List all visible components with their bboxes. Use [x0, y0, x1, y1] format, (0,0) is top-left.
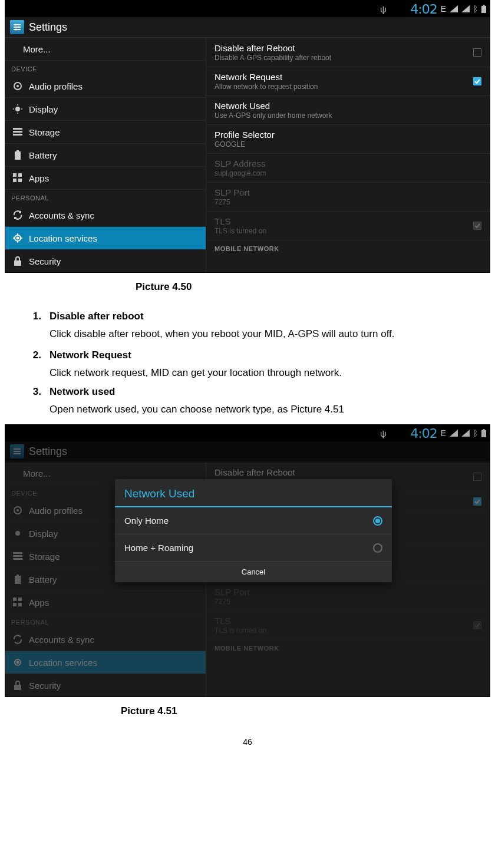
sidebar-item-storage[interactable]: Storage: [5, 121, 206, 144]
setting-title: Disable after Reboot: [214, 467, 331, 477]
list-number: 2.: [28, 349, 41, 361]
dialog-option-only-home[interactable]: Only Home: [115, 507, 392, 534]
dialog-option-home-roaming[interactable]: Home + Roaming: [115, 534, 392, 562]
settings-detail-panel: Disable after Reboot Disable A-GPS capab…: [206, 38, 490, 272]
dialog-option-label: Home + Roaming: [124, 543, 193, 553]
sync-icon: [12, 634, 23, 645]
dialog-network-used: Network Used Only Home Home + Roaming Ca…: [115, 479, 392, 582]
storage-icon: [12, 551, 23, 562]
sidebar-item-battery[interactable]: Battery: [5, 144, 206, 167]
status-clock: 4:02: [410, 426, 437, 441]
battery-icon: [481, 5, 486, 13]
setting-network-request[interactable]: Network Request Allow network to request…: [206, 67, 490, 96]
app-title: Settings: [29, 445, 67, 458]
storage-icon: [12, 127, 23, 137]
settings-app-icon: [10, 444, 24, 458]
svg-rect-47: [15, 576, 21, 584]
app-bar: Settings: [5, 17, 490, 38]
settings-app-icon: [10, 20, 24, 34]
sidebar-item-accounts-sync[interactable]: Accounts & sync: [5, 628, 206, 651]
svg-rect-25: [18, 179, 22, 182]
sidebar-item-label: Battery: [29, 150, 57, 160]
caption-picture-4-50: Picture 4.50: [136, 281, 495, 293]
svg-rect-18: [13, 131, 22, 133]
dialog-cancel-button[interactable]: Cancel: [115, 562, 392, 582]
signal-e-label: E: [441, 4, 446, 14]
sidebar-item-label: Audio profiles: [29, 81, 82, 91]
sidebar-item-display[interactable]: Display: [5, 98, 206, 121]
apps-icon: [12, 597, 23, 608]
section-header-mobile-network: MOBILE NETWORK: [206, 640, 490, 655]
svg-rect-46: [16, 575, 19, 576]
sidebar-item-apps[interactable]: Apps: [5, 591, 206, 614]
checkbox-unchecked[interactable]: [473, 473, 481, 481]
screenshot-picture-4-50: ψ 4:02 E ᛒ Settings More... DEVICE: [5, 0, 490, 273]
radio-unselected[interactable]: [373, 543, 382, 553]
list-body-1: Click disable after reboot, when you reb…: [50, 327, 495, 341]
sidebar-item-security[interactable]: Security: [5, 250, 206, 272]
lock-icon: [12, 680, 23, 691]
sidebar-item-location-services[interactable]: Location services: [5, 227, 206, 250]
setting-disable-after-reboot[interactable]: Disable after Reboot Disable A-GPS capab…: [206, 38, 490, 67]
setting-subtitle: Disable A-GPS capability after reboot: [214, 54, 331, 62]
checkbox-checked-disabled: [473, 621, 481, 629]
sidebar-item-more[interactable]: More...: [5, 38, 206, 61]
setting-subtitle: TLS is turned on: [214, 227, 266, 235]
svg-point-41: [16, 509, 19, 511]
svg-rect-43: [13, 552, 22, 554]
setting-subtitle: supl.google.com: [214, 169, 266, 177]
signal-icon: [461, 430, 470, 437]
setting-subtitle: TLS is turned on: [214, 626, 266, 635]
sidebar-item-audio-profiles[interactable]: Audio profiles: [5, 75, 206, 98]
status-bar: ψ 4:02 E ᛒ: [5, 425, 490, 441]
location-icon: [12, 233, 23, 243]
sidebar-item-label: Accounts & sync: [29, 210, 94, 220]
radio-selected[interactable]: [373, 516, 382, 526]
page-number: 46: [0, 737, 495, 747]
screenshot-picture-4-51: ψ 4:02 E ᛒ Settings More... DEVICE Audio…: [5, 424, 490, 697]
svg-point-12: [15, 107, 20, 111]
svg-rect-23: [18, 173, 22, 177]
sidebar-item-label: Storage: [29, 127, 60, 137]
setting-title: Network Request: [214, 72, 318, 82]
list-item-1: 1. Disable after reboot: [28, 311, 491, 322]
checkbox-unchecked[interactable]: [473, 48, 481, 57]
signal-icon: [450, 5, 458, 12]
setting-profile-selector[interactable]: Profile Selector GOOGLE: [206, 125, 490, 154]
sidebar-item-accounts-sync[interactable]: Accounts & sync: [5, 204, 206, 227]
sidebar-category-personal: PERSONAL: [5, 614, 206, 628]
usb-debug-icon: ψ: [380, 428, 387, 438]
checkbox-checked[interactable]: [473, 497, 481, 506]
svg-rect-50: [13, 603, 16, 606]
setting-network-used[interactable]: Network Used Use A-GPS only under home n…: [206, 96, 490, 125]
dialog-title: Network Used: [115, 479, 392, 507]
sidebar-item-apps[interactable]: Apps: [5, 167, 206, 190]
app-bar: Settings: [5, 441, 490, 463]
sidebar-item-label: Audio profiles: [29, 506, 82, 516]
status-clock: 4:02: [410, 2, 437, 16]
svg-rect-39: [14, 453, 21, 454]
svg-point-8: [18, 26, 19, 28]
sidebar-item-label: More...: [23, 468, 51, 478]
usb-debug-icon: ψ: [380, 4, 387, 14]
svg-rect-48: [13, 598, 16, 601]
signal-e-label: E: [441, 428, 446, 438]
svg-rect-36: [481, 430, 486, 437]
setting-title: SLP Address: [214, 159, 266, 169]
battery-icon: [12, 574, 23, 585]
setting-title: Disable after Reboot: [214, 43, 331, 53]
svg-rect-6: [14, 29, 21, 30]
sidebar-category-device: DEVICE: [5, 61, 206, 75]
svg-marker-33: [450, 430, 458, 437]
list-heading: Network Request: [50, 349, 131, 361]
sidebar-item-label: Security: [29, 681, 61, 691]
svg-rect-24: [13, 179, 16, 182]
sidebar-item-location-services[interactable]: Location services: [5, 651, 206, 674]
sidebar-item-security[interactable]: Security: [5, 674, 206, 697]
svg-point-9: [15, 28, 16, 30]
setting-slp-address: SLP Address supl.google.com: [206, 154, 490, 183]
sidebar-item-label: Accounts & sync: [29, 635, 94, 645]
checkbox-checked[interactable]: [473, 77, 481, 85]
svg-rect-37: [14, 448, 21, 450]
svg-point-27: [17, 237, 19, 239]
